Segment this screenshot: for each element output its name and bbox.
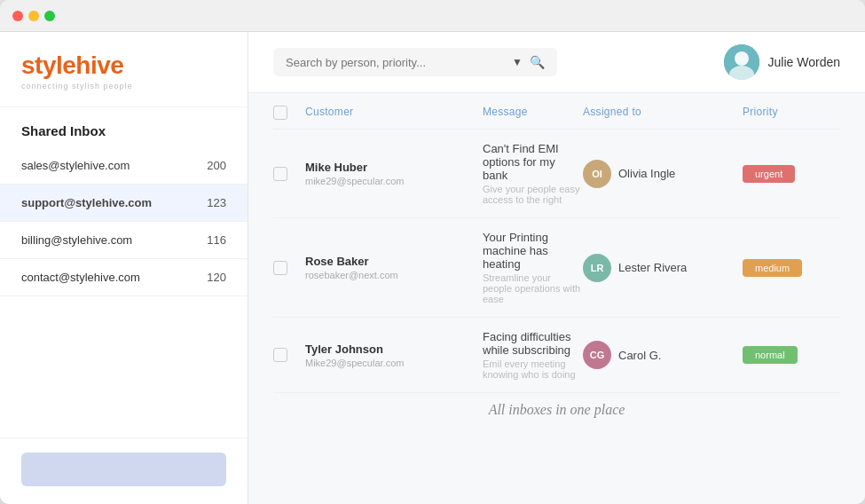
table-area: Customer Message Assigned to Priority Mi… bbox=[248, 93, 865, 504]
agent-avatar: LR bbox=[583, 254, 611, 282]
logo-area: stylehive connecting stylish people bbox=[0, 32, 248, 107]
search-bar[interactable]: ▼ 🔍 bbox=[273, 48, 557, 76]
priority-cell: urgent bbox=[743, 165, 840, 183]
assigned-cell: CG Carol G. bbox=[583, 341, 743, 369]
agent-name: Olivia Ingle bbox=[618, 167, 675, 180]
priority-badge: medium bbox=[743, 259, 802, 277]
search-input[interactable] bbox=[286, 56, 505, 69]
title-bar bbox=[0, 0, 865, 32]
maximize-dot[interactable] bbox=[44, 11, 55, 21]
inbox-email: contact@stylehive.com bbox=[21, 271, 140, 284]
row-checkbox-cell bbox=[273, 261, 305, 275]
sidebar-bottom bbox=[0, 437, 248, 504]
inbox-list-item[interactable]: contact@stylehive.com 120 bbox=[0, 259, 248, 296]
priority-cell: medium bbox=[743, 259, 840, 277]
inbox-list-item[interactable]: support@stylehive.com 123 bbox=[0, 185, 248, 222]
table-body: Mike Huber mike29@specular.com Can't Fin… bbox=[273, 130, 840, 393]
footer-label: All inboxes in one place bbox=[273, 393, 840, 430]
table-row[interactable]: Tyler Johnson Mike29@specular.com Facing… bbox=[273, 318, 840, 393]
inbox-count: 120 bbox=[207, 271, 226, 284]
table-row[interactable]: Rose Baker rosebaker@next.com Your Print… bbox=[273, 218, 840, 318]
inbox-count: 200 bbox=[207, 159, 226, 172]
row-checkbox[interactable] bbox=[273, 167, 287, 181]
sidebar: stylehive connecting stylish people Shar… bbox=[0, 32, 248, 504]
agent-avatar: OI bbox=[583, 160, 611, 188]
message-cell: Can't Find EMI options for my bank Give … bbox=[483, 142, 583, 205]
customer-name: Rose Baker bbox=[305, 255, 483, 268]
message-preview: Streamline your people operations with e… bbox=[483, 272, 583, 304]
message-cell: Your Printing machine has heating Stream… bbox=[483, 231, 583, 304]
topbar: ▼ 🔍 Julie Worden bbox=[248, 32, 865, 93]
user-avatar bbox=[724, 44, 759, 80]
inbox-list: sales@stylehive.com 200 support@stylehiv… bbox=[0, 147, 248, 437]
customer-email: Mike29@specular.com bbox=[305, 358, 483, 368]
agent-avatar: CG bbox=[583, 341, 611, 369]
user-name: Julie Worden bbox=[768, 55, 840, 69]
inbox-count: 116 bbox=[207, 233, 226, 247]
message-preview: Emil every meeting knowing who is doing bbox=[483, 358, 583, 380]
priority-cell: normal bbox=[743, 346, 840, 364]
row-checkbox[interactable] bbox=[273, 261, 287, 275]
customer-email: mike29@specular.com bbox=[305, 176, 483, 186]
inbox-email: billing@stylehive.com bbox=[21, 233, 132, 247]
agent-name: Lester Rivera bbox=[618, 261, 687, 274]
assigned-cell: OI Olivia Ingle bbox=[583, 160, 743, 188]
th-checkbox bbox=[273, 106, 305, 120]
logo-subtitle: connecting stylish people bbox=[21, 82, 226, 91]
th-message: Message bbox=[483, 106, 583, 120]
traffic-lights bbox=[12, 11, 55, 21]
th-assigned: Assigned to bbox=[583, 106, 743, 120]
row-checkbox[interactable] bbox=[273, 348, 287, 362]
table-row[interactable]: Mike Huber mike29@specular.com Can't Fin… bbox=[273, 130, 840, 218]
filter-icon[interactable]: ▼ bbox=[512, 56, 523, 68]
message-title: Your Printing machine has heating bbox=[483, 231, 583, 271]
main-content: ▼ 🔍 Julie Worden bbox=[248, 32, 865, 504]
th-customer: Customer bbox=[305, 106, 483, 120]
inbox-email: sales@stylehive.com bbox=[21, 159, 130, 172]
inbox-list-item[interactable]: billing@stylehive.com 116 bbox=[0, 222, 248, 259]
header-checkbox[interactable] bbox=[273, 106, 287, 120]
message-preview: Give your people easy access to the righ… bbox=[483, 184, 583, 205]
table-header: Customer Message Assigned to Priority bbox=[273, 93, 840, 130]
sidebar-action-button[interactable] bbox=[21, 453, 226, 486]
priority-badge: urgent bbox=[743, 165, 795, 183]
logo-text: stylehive bbox=[21, 51, 226, 80]
customer-name: Mike Huber bbox=[305, 161, 483, 174]
assigned-cell: LR Lester Rivera bbox=[583, 254, 743, 282]
user-info: Julie Worden bbox=[724, 44, 840, 80]
customer-cell: Tyler Johnson Mike29@specular.com bbox=[305, 343, 483, 368]
customer-cell: Mike Huber mike29@specular.com bbox=[305, 161, 483, 186]
customer-email: rosebaker@next.com bbox=[305, 270, 483, 280]
th-priority: Priority bbox=[743, 106, 840, 120]
inbox-list-item[interactable]: sales@stylehive.com 200 bbox=[0, 147, 248, 185]
inbox-email: support@stylehive.com bbox=[21, 196, 152, 209]
app-window: stylehive connecting stylish people Shar… bbox=[0, 0, 865, 504]
svg-point-1 bbox=[735, 51, 749, 66]
minimize-dot[interactable] bbox=[28, 11, 39, 21]
agent-name: Carol G. bbox=[618, 349, 661, 362]
message-cell: Facing difficulties while subscribing Em… bbox=[483, 330, 583, 380]
row-checkbox-cell bbox=[273, 348, 305, 362]
customer-cell: Rose Baker rosebaker@next.com bbox=[305, 255, 483, 280]
customer-name: Tyler Johnson bbox=[305, 343, 483, 356]
sidebar-section-title: Shared Inbox bbox=[0, 107, 248, 147]
message-title: Can't Find EMI options for my bank bbox=[483, 142, 583, 182]
app-body: stylehive connecting stylish people Shar… bbox=[0, 32, 865, 504]
message-title: Facing difficulties while subscribing bbox=[483, 330, 583, 357]
search-icon[interactable]: 🔍 bbox=[530, 55, 545, 69]
close-dot[interactable] bbox=[12, 11, 23, 21]
priority-badge: normal bbox=[743, 346, 798, 364]
row-checkbox-cell bbox=[273, 167, 305, 181]
inbox-count: 123 bbox=[207, 196, 226, 209]
